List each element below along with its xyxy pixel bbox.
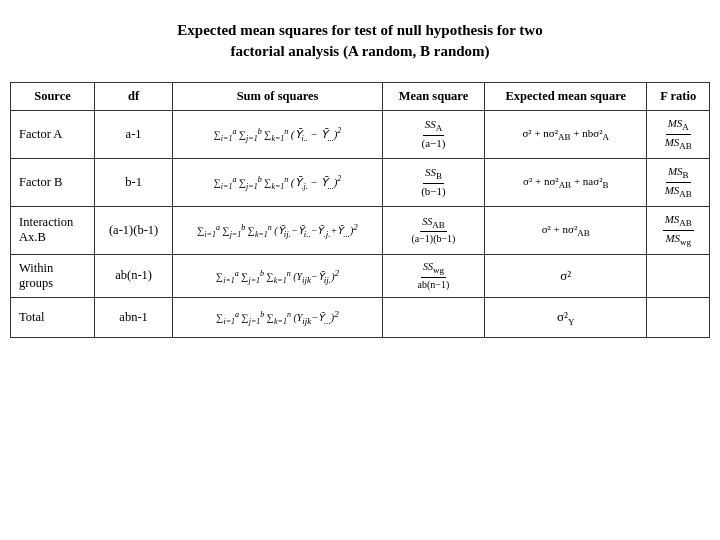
f-factor-b: MSB MSAB [647, 158, 710, 206]
df-factor-b: b-1 [94, 158, 172, 206]
ss-total: ∑i=1a ∑j=1b ∑k=1n (Yijk−Ȳ...)2 [173, 297, 383, 337]
df-interaction: (a-1)(b-1) [94, 206, 172, 254]
ems-within: σ² [485, 254, 647, 297]
table-row: Factor A a-1 ∑i=1a ∑j=1b ∑k=1n (Ȳi.. − Ȳ… [11, 111, 710, 159]
anova-table: Source df Sum of squares Mean square Exp… [10, 82, 710, 338]
table-row: Total abn-1 ∑i=1a ∑j=1b ∑k=1n (Yijk−Ȳ...… [11, 297, 710, 337]
table-row: Factor B b-1 ∑i=1a ∑j=1b ∑k=1n (Ȳ.j. − Ȳ… [11, 158, 710, 206]
ms-total [382, 297, 484, 337]
f-total [647, 297, 710, 337]
df-total: abn-1 [94, 297, 172, 337]
header-sum-squares: Sum of squares [173, 83, 383, 111]
ss-interaction: ∑i=1a ∑j=1b ∑k=1n (Ȳij.−Ȳi..−Ȳ.j.+Ȳ...)2 [173, 206, 383, 254]
ems-interaction: σ² + nσ²AB [485, 206, 647, 254]
table-row: Withingroups ab(n-1) ∑i=1a ∑j=1b ∑k=1n (… [11, 254, 710, 297]
ss-within: ∑i=1a ∑j=1b ∑k=1n (Yijk−Ȳij.)2 [173, 254, 383, 297]
ms-factor-b: SSB (b−1) [382, 158, 484, 206]
ems-factor-a: σ² + nσ²AB + nbσ²A [485, 111, 647, 159]
ms-interaction: SSAB (a−1)(b−1) [382, 206, 484, 254]
page-title: Expected mean squares for test of null h… [177, 20, 542, 62]
ss-factor-b: ∑i=1a ∑j=1b ∑k=1n (Ȳ.j. − Ȳ...)2 [173, 158, 383, 206]
source-factor-a: Factor A [11, 111, 95, 159]
f-factor-a: MSA MSAB [647, 111, 710, 159]
f-within [647, 254, 710, 297]
header-f-ratio: F ratio [647, 83, 710, 111]
ms-factor-a: SSA (a−1) [382, 111, 484, 159]
header-source: Source [11, 83, 95, 111]
f-interaction: MSAB MSwg [647, 206, 710, 254]
table-row: InteractionAx.B (a-1)(b-1) ∑i=1a ∑j=1b ∑… [11, 206, 710, 254]
df-within: ab(n-1) [94, 254, 172, 297]
ss-factor-a: ∑i=1a ∑j=1b ∑k=1n (Ȳi.. − Ȳ...)2 [173, 111, 383, 159]
source-total: Total [11, 297, 95, 337]
source-interaction: InteractionAx.B [11, 206, 95, 254]
header-mean-square: Mean square [382, 83, 484, 111]
df-factor-a: a-1 [94, 111, 172, 159]
ems-factor-b: σ² + nσ²AB + naσ²B [485, 158, 647, 206]
source-within: Withingroups [11, 254, 95, 297]
header-df: df [94, 83, 172, 111]
source-factor-b: Factor B [11, 158, 95, 206]
ms-within: SSwg ab(n−1) [382, 254, 484, 297]
header-expected-ms: Expected mean square [485, 83, 647, 111]
ems-total: σ²Y [485, 297, 647, 337]
